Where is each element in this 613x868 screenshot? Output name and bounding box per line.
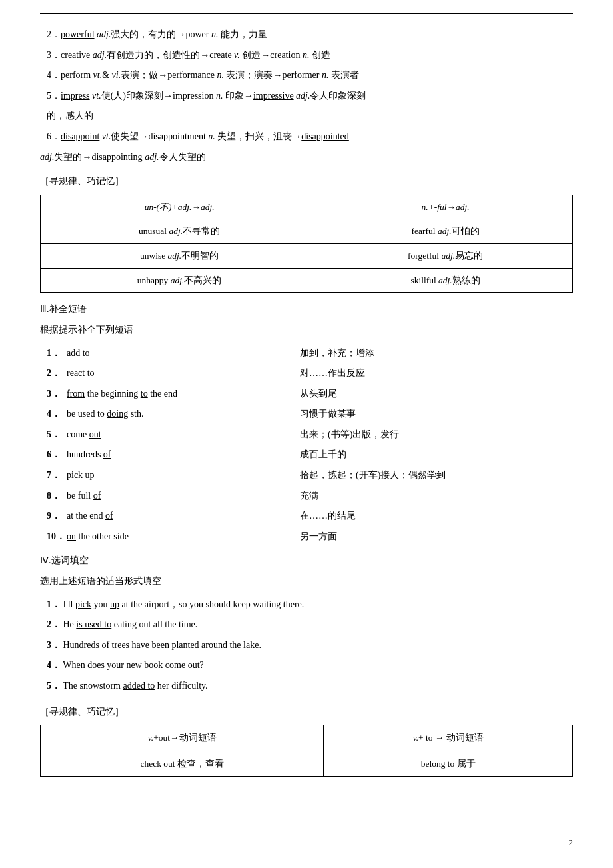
bottom-cell-belongto: belong to 属于 bbox=[324, 751, 573, 777]
fill-item-1: 1． I'll pick you up at the airport，so yo… bbox=[40, 595, 573, 615]
phrase-num-10: 10． bbox=[47, 528, 67, 546]
phrase-text-2: react to bbox=[67, 365, 280, 383]
phrase-num-1: 1． bbox=[47, 345, 67, 363]
fill-list: 1． I'll pick you up at the airport，so yo… bbox=[40, 595, 573, 697]
phrase-text-10: on the other side bbox=[67, 528, 280, 546]
memory-cell-forgetful: forgetful adj.易忘的 bbox=[318, 244, 573, 269]
top-border bbox=[40, 13, 573, 14]
vocab-word-disappoint: disappoint bbox=[61, 131, 99, 141]
phrase-meaning-8: 充满 bbox=[280, 487, 573, 505]
fill-num-4: 4． bbox=[47, 660, 61, 670]
phrase-text-3: from the beginning to the end bbox=[67, 385, 280, 403]
phrase-num-8: 8． bbox=[47, 487, 67, 505]
memory-table-row-3: unhappy adj.不高兴的 skillful adj.熟练的 bbox=[41, 268, 573, 293]
phrase-meaning-4: 习惯于做某事 bbox=[280, 405, 573, 423]
bottom-header-left: v.+out→动词短语 bbox=[41, 725, 324, 751]
fill-underline-isusedto: is used to bbox=[76, 619, 111, 629]
page-number: 2 bbox=[569, 837, 574, 848]
phrase-underline-4: doing bbox=[107, 409, 128, 419]
phrase-item-3: 3． from the beginning to the end 从头到尾 bbox=[40, 384, 573, 405]
phrase-underline-5: out bbox=[89, 429, 101, 439]
phrase-underline-7: up bbox=[85, 470, 95, 480]
vocab-item-5: 5．impress vt.使(人)印象深刻→impression n. 印象→i… bbox=[40, 87, 573, 105]
bottom-table-row-1: check out 检查，查看 belong to 属于 bbox=[41, 751, 573, 777]
vocab-word-performance: performance bbox=[167, 70, 215, 80]
phrase-num-2: 2． bbox=[47, 365, 67, 383]
vocab-num-3: 3． bbox=[47, 50, 61, 60]
phrase-underline-9: of bbox=[105, 511, 113, 521]
phrase-meaning-2: 对……作出反应 bbox=[280, 365, 573, 383]
vocab-item-4: 4．perform vt.& vi.表演；做→performance n. 表演… bbox=[40, 67, 573, 85]
phrase-text-9: at the end of bbox=[67, 507, 280, 525]
bottom-table: v.+out→动词短语 v.+ to → 动词短语 check out 检查，查… bbox=[40, 725, 573, 777]
memory-header-right: n.+-ful→adj. bbox=[318, 195, 573, 219]
fill-num-2: 2． bbox=[47, 619, 61, 629]
memory-section-title-2: ［寻规律、巧记忆］ bbox=[40, 703, 573, 721]
phrase-item-6: 6． hundreds of 成百上千的 bbox=[40, 445, 573, 465]
vocab-item-3: 3．creative adj.有创造力的，创造性的→create v. 创造→c… bbox=[40, 47, 573, 65]
fill-underline-comeout: come out bbox=[165, 660, 200, 670]
memory-header-left: un-(不)+adj.→adj. bbox=[41, 195, 318, 219]
memory-table-row-1: unusual adj.不寻常的 fearful adj.可怕的 bbox=[41, 219, 573, 244]
phrase-meaning-6: 成百上千的 bbox=[280, 446, 573, 464]
memory-cell-unhappy: unhappy adj.不高兴的 bbox=[41, 268, 318, 293]
vocab-pos: adj. bbox=[97, 29, 111, 39]
phrase-to: to bbox=[141, 389, 148, 399]
fill-underline-addedto: added to bbox=[123, 681, 155, 691]
phrase-item-10: 10． on the other side 另一方面 bbox=[40, 527, 573, 547]
phrase-underline-1: to bbox=[83, 348, 90, 358]
main-content: 2．powerful adj.强大的，有力的→power n. 能力，力量 3．… bbox=[40, 26, 573, 777]
phrase-meaning-10: 另一方面 bbox=[280, 528, 573, 546]
phrase-item-7: 7． pick up 拾起，拣起；(开车)接人；偶然学到 bbox=[40, 465, 573, 486]
vocab-word-impressive: impressive bbox=[253, 91, 294, 101]
bottom-cell-checkout: check out 检查，查看 bbox=[41, 751, 324, 777]
fill-item-2: 2． He is used to eating out all the time… bbox=[40, 615, 573, 635]
phrase-from: from bbox=[67, 389, 85, 399]
fill-num-5: 5． bbox=[47, 681, 61, 691]
bottom-table-header: v.+out→动词短语 v.+ to → 动词短语 bbox=[41, 725, 573, 751]
phrase-text-6: hundreds of bbox=[67, 446, 280, 464]
memory-cell-fearful: fearful adj.可怕的 bbox=[318, 219, 573, 244]
fill-underline-up: up bbox=[110, 599, 119, 609]
phrase-num-9: 9． bbox=[47, 507, 67, 525]
phrase-num-5: 5． bbox=[47, 426, 67, 444]
memory-cell-unwise: unwise adj.不明智的 bbox=[41, 244, 318, 269]
phrase-meaning-5: 出来；(书等)出版，发行 bbox=[280, 426, 573, 444]
phrase-meaning-9: 在……的结尾 bbox=[280, 507, 573, 525]
memory-table-row-2: unwise adj.不明智的 forgetful adj.易忘的 bbox=[41, 244, 573, 269]
fill-underline-hundreds: Hundreds of bbox=[63, 640, 110, 650]
vocab-num-2: 2． bbox=[47, 29, 61, 39]
phrase-item-8: 8． be full of 充满 bbox=[40, 486, 573, 507]
vocab-word-impress: impress bbox=[61, 91, 90, 101]
phrase-text-7: pick up bbox=[67, 467, 280, 485]
fill-num-1: 1． bbox=[47, 599, 61, 609]
section3-desc: 根据提示补全下列短语 bbox=[40, 321, 573, 339]
fill-num-3: 3． bbox=[47, 640, 61, 650]
bottom-header-right: v.+ to → 动词短语 bbox=[324, 725, 573, 751]
phrase-num-4: 4． bbox=[47, 405, 67, 423]
vocab-word-perform: perform bbox=[61, 70, 91, 80]
phrase-item-5: 5． come out 出来；(书等)出版，发行 bbox=[40, 425, 573, 445]
vocab-word-disappointed: disappointed bbox=[301, 131, 349, 141]
vocab-word-performer: performer bbox=[282, 70, 319, 80]
phrase-underline-10: on bbox=[67, 531, 76, 541]
fill-item-5: 5． The snowstorm added to her difficulty… bbox=[40, 676, 573, 697]
section4-desc: 选用上述短语的适当形式填空 bbox=[40, 573, 573, 591]
phrase-item-1: 1． add to 加到，补充；增添 bbox=[40, 343, 573, 364]
memory-table-header: un-(不)+adj.→adj. n.+-ful→adj. bbox=[41, 195, 573, 219]
phrase-item-4: 4． be used to doing sth. 习惯于做某事 bbox=[40, 404, 573, 425]
phrase-text-8: be full of bbox=[67, 487, 280, 505]
fill-item-4: 4． When does your new book come out? bbox=[40, 655, 573, 676]
vocab-item-6-line2: adj.失望的→disappointing adj.令人失望的 bbox=[40, 149, 573, 167]
phrase-meaning-3: 从头到尾 bbox=[280, 385, 573, 403]
phrase-item-9: 9． at the end of 在……的结尾 bbox=[40, 506, 573, 527]
phrase-num-3: 3． bbox=[47, 385, 67, 403]
fill-underline-pick: pick bbox=[75, 599, 91, 609]
vocab-num-6: 6． bbox=[47, 131, 61, 141]
vocab-word-powerful: powerful bbox=[61, 29, 95, 39]
phrase-meaning-7: 拾起，拣起；(开车)接人；偶然学到 bbox=[280, 467, 573, 485]
phrase-meaning-1: 加到，补充；增添 bbox=[280, 345, 573, 363]
phrase-underline-2: to bbox=[87, 368, 95, 378]
phrase-underline-8: of bbox=[93, 491, 101, 501]
vocab-item-2: 2．powerful adj.强大的，有力的→power n. 能力，力量 bbox=[40, 26, 573, 44]
